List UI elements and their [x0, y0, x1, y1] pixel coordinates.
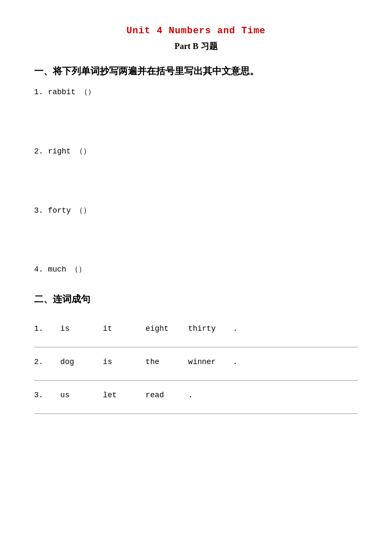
sentence-word: the	[146, 356, 171, 368]
word-item: 1. rabbit （）	[34, 86, 358, 98]
sentence-word: dog	[61, 356, 86, 368]
sentence-item: 2.dogisthewinner.	[34, 347, 358, 381]
page-title: Unit 4 Numbers and Time	[34, 26, 358, 36]
sentence-word: read	[146, 389, 171, 402]
sentence-num: 3.	[34, 389, 43, 402]
section-two-title: 二、连词成句	[34, 293, 358, 306]
sentence-word: eight	[146, 323, 171, 335]
section-one-title: 一、将下列单词抄写两遍并在括号里写出其中文意思。	[34, 65, 358, 78]
sentence-word: us	[61, 389, 86, 402]
sentence-word: thirty	[188, 323, 216, 335]
word-item: 2. right （）	[34, 145, 358, 158]
word-item: 4. much （）	[34, 263, 358, 276]
sentence-end: .	[233, 323, 237, 335]
sentence-word: winner	[188, 356, 216, 368]
word-items-container: 1. rabbit （）2. right （）3. forty （）4. muc…	[34, 86, 358, 276]
sentence-line	[34, 413, 358, 414]
sentence-end: .	[233, 356, 237, 368]
sentence-word: it	[103, 323, 129, 335]
sentence-item: 3.usletread.	[34, 381, 358, 414]
sentence-num: 2.	[34, 356, 43, 368]
sentence-word: is	[61, 323, 86, 335]
sentence-word: is	[103, 356, 129, 368]
sentence-num: 1.	[34, 323, 43, 335]
sentence-word: let	[103, 389, 129, 402]
sentence-item: 1.isiteightthirty.	[34, 314, 358, 347]
word-item: 3. forty （）	[34, 205, 358, 217]
page-subtitle: Part B 习题	[34, 40, 358, 52]
section-two: 二、连词成句 1.isiteightthirty.2.dogisthewinne…	[34, 293, 358, 413]
sentence-end: .	[188, 389, 193, 402]
section-one: 一、将下列单词抄写两遍并在括号里写出其中文意思。 1. rabbit （）2. …	[34, 65, 358, 276]
sentence-items-container: 1.isiteightthirty.2.dogisthewinner.3.usl…	[34, 314, 358, 413]
